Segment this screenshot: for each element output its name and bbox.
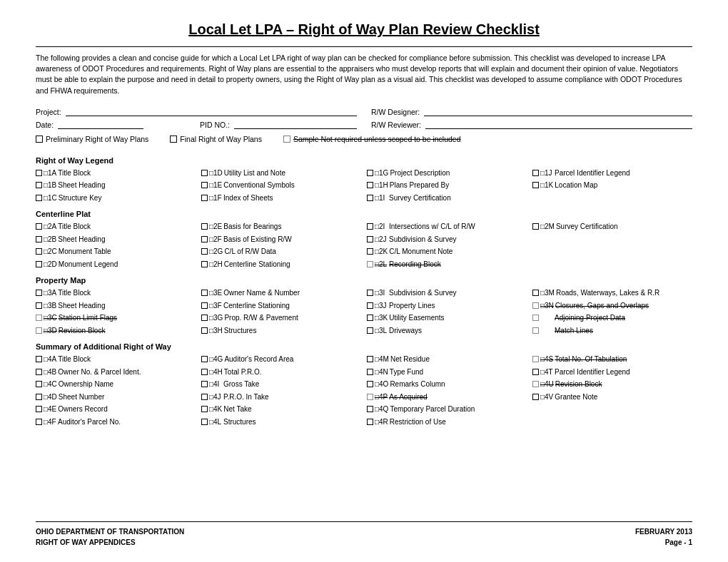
item-checkbox[interactable] bbox=[367, 394, 373, 400]
item-checkbox[interactable] bbox=[36, 261, 42, 267]
item-checkbox[interactable] bbox=[532, 381, 539, 387]
item-code: □3D bbox=[44, 326, 57, 337]
item-checkbox[interactable] bbox=[201, 369, 208, 375]
item-label: Utility Easements bbox=[389, 313, 444, 324]
item-checkbox[interactable] bbox=[36, 369, 42, 375]
item-code: □4N bbox=[375, 367, 388, 378]
item-checkbox[interactable] bbox=[367, 261, 373, 267]
checklist-item: □1GProject Description bbox=[367, 168, 527, 180]
item-checkbox[interactable] bbox=[36, 290, 42, 296]
item-checkbox[interactable] bbox=[201, 170, 208, 176]
checklist-item: □1CStructure Key bbox=[36, 193, 196, 205]
rw-reviewer-label: R/W Reviewer: bbox=[371, 121, 421, 129]
item-checkbox[interactable] bbox=[532, 302, 539, 309]
preliminary-checkbox[interactable] bbox=[36, 136, 43, 143]
item-label: Driveways bbox=[389, 326, 422, 337]
item-checkbox[interactable] bbox=[532, 223, 539, 230]
item-checkbox[interactable] bbox=[36, 302, 42, 309]
checklist-item: □4URevision Block bbox=[532, 379, 692, 391]
item-checkbox[interactable] bbox=[36, 394, 42, 400]
item-checkbox[interactable] bbox=[201, 302, 208, 309]
item-checkbox[interactable] bbox=[36, 406, 42, 412]
item-checkbox[interactable] bbox=[201, 356, 208, 362]
item-label: Type Fund bbox=[390, 367, 423, 378]
checklist-item bbox=[532, 193, 692, 205]
item-checkbox[interactable] bbox=[367, 182, 373, 188]
item-checkbox[interactable] bbox=[201, 248, 208, 255]
item-code: □3F bbox=[209, 301, 222, 312]
item-code: □1G bbox=[375, 168, 388, 179]
item-label: Gross Take bbox=[223, 379, 259, 390]
item-checkbox[interactable] bbox=[367, 248, 373, 255]
item-checkbox[interactable] bbox=[201, 195, 208, 201]
item-code: □2L bbox=[375, 260, 388, 270]
item-checkbox[interactable] bbox=[367, 195, 373, 201]
form-fields: Project: Date: PID NO.: R/W Designer: bbox=[36, 106, 692, 129]
item-checkbox[interactable] bbox=[36, 236, 42, 242]
checklist-item: □3ISubdivision & Survey bbox=[367, 287, 527, 300]
item-checkbox[interactable] bbox=[367, 236, 373, 242]
item-checkbox[interactable] bbox=[532, 170, 539, 176]
item-checkbox[interactable] bbox=[367, 223, 373, 230]
item-checkbox[interactable] bbox=[36, 356, 42, 362]
item-label: Title Block bbox=[58, 222, 91, 233]
item-code: □3I bbox=[375, 288, 388, 299]
item-checkbox[interactable] bbox=[367, 406, 373, 412]
item-code: □3G bbox=[209, 313, 223, 324]
item-label: Sheet Heading bbox=[58, 180, 105, 191]
item-checkbox[interactable] bbox=[201, 223, 208, 230]
item-checkbox[interactable] bbox=[532, 327, 539, 334]
item-checkbox[interactable] bbox=[201, 261, 208, 267]
item-checkbox[interactable] bbox=[36, 223, 42, 230]
item-code: □1D bbox=[209, 168, 223, 179]
item-checkbox[interactable] bbox=[367, 290, 373, 296]
item-checkbox[interactable] bbox=[367, 369, 373, 375]
item-checkbox[interactable] bbox=[201, 236, 208, 242]
item-code: □4M bbox=[375, 354, 389, 365]
item-checkbox[interactable] bbox=[532, 394, 539, 400]
final-checkbox[interactable] bbox=[170, 136, 177, 143]
item-checkbox[interactable] bbox=[367, 356, 373, 362]
item-checkbox[interactable] bbox=[532, 356, 539, 362]
item-code: □4D bbox=[44, 392, 57, 403]
item-checkbox[interactable] bbox=[532, 290, 539, 296]
item-checkbox[interactable] bbox=[532, 182, 539, 188]
checklist-item: □2GC/L of R/W Data bbox=[201, 246, 361, 258]
item-checkbox[interactable] bbox=[36, 248, 42, 255]
item-checkbox[interactable] bbox=[367, 419, 373, 425]
item-checkbox[interactable] bbox=[36, 182, 42, 188]
checklist-item: □2DMonument Legend bbox=[36, 259, 196, 271]
item-checkbox[interactable] bbox=[36, 195, 42, 201]
item-code: □2J bbox=[375, 235, 388, 245]
item-checkbox[interactable] bbox=[367, 170, 373, 176]
item-checkbox[interactable] bbox=[201, 315, 208, 321]
item-checkbox[interactable] bbox=[201, 290, 208, 296]
item-checkbox[interactable] bbox=[367, 302, 373, 309]
item-checkbox[interactable] bbox=[36, 315, 42, 321]
item-checkbox[interactable] bbox=[532, 369, 539, 375]
item-checkbox[interactable] bbox=[532, 315, 539, 321]
item-checkbox[interactable] bbox=[36, 327, 42, 334]
item-checkbox[interactable] bbox=[201, 394, 208, 400]
checklist-item: □3JProperty Lines bbox=[367, 300, 527, 312]
item-checkbox[interactable] bbox=[201, 419, 208, 425]
item-label: Monument Table bbox=[59, 247, 111, 257]
item-code: □1K bbox=[540, 180, 553, 191]
item-checkbox[interactable] bbox=[367, 381, 373, 387]
item-checkbox[interactable] bbox=[367, 327, 373, 334]
item-label: Basis of Existing R/W bbox=[223, 235, 292, 245]
item-checkbox[interactable] bbox=[201, 381, 208, 387]
item-checkbox[interactable] bbox=[36, 170, 42, 176]
item-checkbox[interactable] bbox=[36, 419, 42, 425]
checklist-item bbox=[532, 417, 692, 429]
item-checkbox[interactable] bbox=[201, 406, 208, 412]
item-label: Utility List and Note bbox=[224, 168, 285, 179]
item-checkbox[interactable] bbox=[367, 315, 373, 321]
item-label: Title Block bbox=[58, 288, 91, 299]
item-checkbox[interactable] bbox=[201, 182, 208, 188]
item-checkbox[interactable] bbox=[36, 381, 42, 387]
item-checkbox[interactable] bbox=[201, 327, 208, 334]
item-code: □3N bbox=[540, 301, 554, 312]
checklist-item: □1ISurvey Certification bbox=[367, 193, 527, 205]
checklist-item: □2JSubdivision & Survey bbox=[367, 234, 527, 246]
